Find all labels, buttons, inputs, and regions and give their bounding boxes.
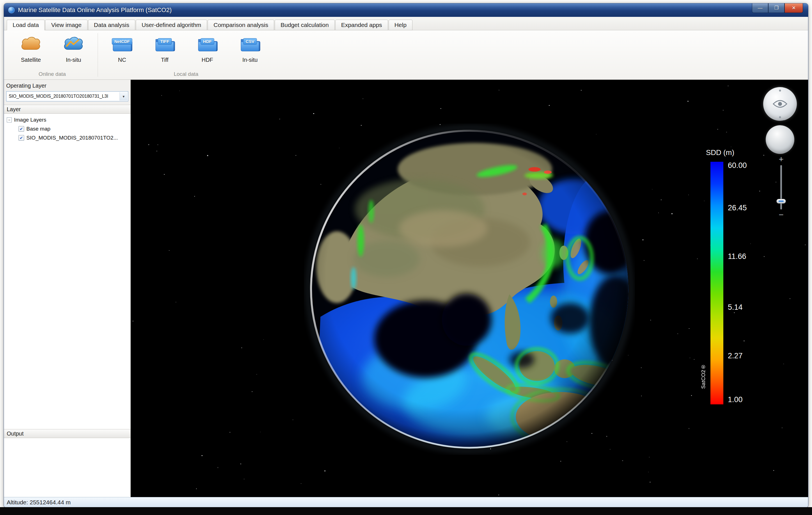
star-dot <box>207 155 208 156</box>
colorbar-tick: 1.00 <box>728 395 743 404</box>
star-dot <box>240 463 241 464</box>
star-dot <box>176 302 176 302</box>
star-dot <box>661 199 662 200</box>
ribbon-group-local-data: NetCDF NC TIFF Tiff <box>99 30 272 79</box>
layer-tree: − Image Layers ✔ Base map ✔ SIO_MODIS_MO… <box>4 114 130 429</box>
tiff-button[interactable]: TIFF Tiff <box>144 33 185 69</box>
ribbon-item-label: HDF <box>201 57 213 63</box>
tree-item-label: Base map <box>26 126 51 132</box>
insitu-online-button[interactable]: In-situ <box>53 33 94 69</box>
star-dot <box>641 396 642 396</box>
csv-folder-icon: CSV <box>237 34 263 54</box>
star-dot <box>649 457 649 457</box>
star-dot <box>718 129 718 130</box>
star-dot <box>157 144 158 145</box>
star-dot <box>731 146 731 147</box>
tree-item-label: SIO_MODIS_MODIS_20180701TO2... <box>26 135 118 141</box>
star-dot <box>704 201 704 201</box>
star-dot <box>658 213 659 213</box>
colorbar-tick: 11.66 <box>728 252 746 261</box>
zoom-out-button[interactable]: − <box>776 211 787 219</box>
satellite-button[interactable]: Satellite <box>10 33 52 69</box>
altitude-readout: Altitude: 25512464.44 m <box>7 499 71 506</box>
layer-panel-header: Layer <box>4 105 130 114</box>
zoom-in-button[interactable]: + <box>776 155 787 163</box>
star-dot <box>644 260 644 261</box>
window-controls: — ❐ ✕ <box>752 3 803 13</box>
tab-expanded-apps[interactable]: Expanded apps <box>335 20 388 30</box>
folder-badge: CSV <box>243 38 257 45</box>
star-dot <box>581 90 582 91</box>
ribbon-group-caption: Local data <box>101 69 271 79</box>
star-dot <box>169 250 170 251</box>
operating-layer-select[interactable]: SIO_MODIS_MODIS_20180701TO20180731_L3I ▾ <box>6 91 128 101</box>
view-pan-trackball[interactable] <box>766 125 794 154</box>
star-dot <box>688 101 688 102</box>
star-dot <box>648 472 649 472</box>
operating-layer-value: SIO_MODIS_MODIS_20180701TO20180731_L3I <box>9 94 108 99</box>
colorbar-tick: 5.14 <box>728 303 743 312</box>
star-dot <box>728 86 728 86</box>
zoom-slider-handle[interactable] <box>776 199 786 204</box>
star-dot <box>773 470 774 471</box>
ribbon-item-label: NC <box>118 57 126 63</box>
star-dot <box>293 419 293 420</box>
ribbon-group-online-data: Satellite In-situ Online data <box>8 30 96 79</box>
star-dot <box>263 339 264 340</box>
status-bar: Altitude: 25512464.44 m <box>4 497 808 507</box>
satellite-cloud-icon <box>18 34 44 54</box>
ribbon: Satellite In-situ Online data <box>4 30 808 80</box>
ribbon-tabbar: Load data View image Data analysis User-… <box>4 17 808 30</box>
star-dot <box>280 119 280 119</box>
minimize-button[interactable]: — <box>752 3 768 13</box>
hdf-folder-icon: HDF <box>195 34 220 54</box>
tab-user-defined-algorithm[interactable]: User-defined algorithm <box>136 20 207 30</box>
star-dot <box>252 391 253 392</box>
colorbar <box>710 162 723 404</box>
insitu-local-button[interactable]: CSV In-situ <box>229 33 271 69</box>
colorbar-ticks: 60.0026.4511.665.142.271.00 <box>728 162 767 404</box>
tree-root-label: Image Layers <box>14 117 46 123</box>
globe-3d[interactable] <box>304 124 635 455</box>
tree-item-sio-modis-layer[interactable]: ✔ SIO_MODIS_MODIS_20180701TO2... <box>4 133 130 142</box>
star-dot <box>156 151 157 151</box>
tab-comparison-analysis[interactable]: Comparison analysis <box>208 20 274 30</box>
hdf-button[interactable]: HDF HDF <box>186 33 228 69</box>
star-dot <box>763 155 764 156</box>
tree-item-base-map[interactable]: ✔ Base map <box>4 125 130 133</box>
collapse-icon[interactable]: − <box>7 117 12 123</box>
star-dot <box>244 479 244 479</box>
title-bar[interactable]: Marine Satellite Data Online Analysis Pl… <box>4 3 808 17</box>
viewport[interactable]: + − SDD (m) 60.0026.4511.665.142.271.00 … <box>131 80 808 497</box>
ribbon-group-caption: Online data <box>10 69 94 79</box>
star-dot <box>649 482 650 482</box>
star-dot <box>164 174 165 175</box>
star-dot <box>650 320 651 320</box>
view-rotate-control[interactable] <box>763 87 797 121</box>
tab-load-data[interactable]: Load data <box>7 20 45 30</box>
nc-button[interactable]: NetCDF NC <box>101 33 143 69</box>
tab-view-image[interactable]: View image <box>45 20 87 30</box>
tree-root-image-layers[interactable]: − Image Layers <box>4 115 130 125</box>
app-icon <box>8 6 15 14</box>
tab-data-analysis[interactable]: Data analysis <box>88 20 135 30</box>
star-dot <box>783 364 784 364</box>
tab-budget-calculation[interactable]: Budget calculation <box>275 20 335 30</box>
folder-badge: NetCDF <box>112 38 133 45</box>
star-dot <box>789 298 790 299</box>
star-dot <box>726 132 727 133</box>
star-dot <box>301 483 301 484</box>
main-content: Operating Layer SIO_MODIS_MODIS_20180701… <box>4 80 808 497</box>
maximize-button[interactable]: ❐ <box>768 3 784 13</box>
star-dot <box>230 432 230 433</box>
star-dot <box>324 470 325 471</box>
eye-icon <box>773 99 788 109</box>
star-dot <box>194 196 195 196</box>
close-button[interactable]: ✕ <box>784 3 803 13</box>
star-dot <box>440 108 441 109</box>
checkbox-checked-icon[interactable]: ✔ <box>19 135 24 141</box>
output-panel-header: Output <box>4 429 130 438</box>
tab-help[interactable]: Help <box>388 20 412 30</box>
checkbox-checked-icon[interactable]: ✔ <box>19 126 24 132</box>
chevron-down-icon[interactable]: ▾ <box>119 92 127 101</box>
